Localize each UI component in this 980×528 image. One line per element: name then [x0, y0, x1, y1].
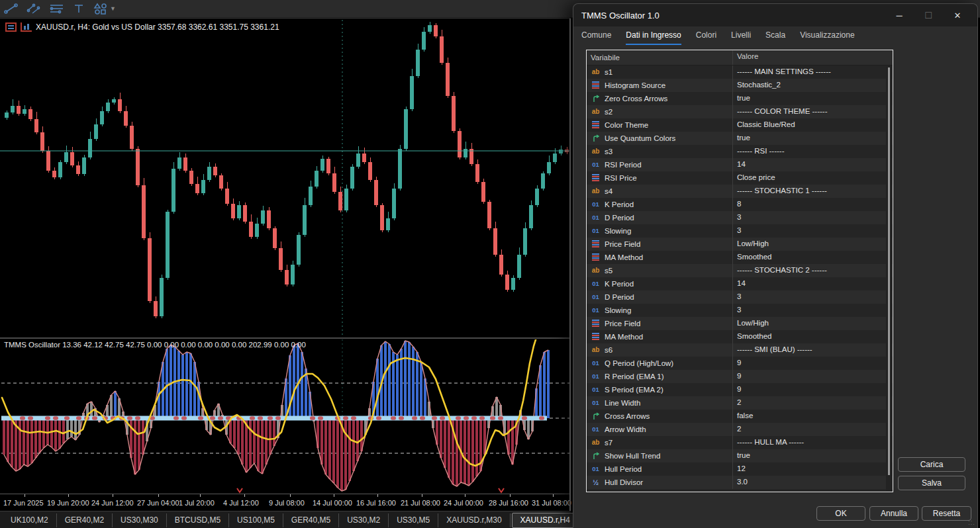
- param-value[interactable]: 3: [733, 290, 893, 304]
- param-value[interactable]: true: [733, 449, 893, 462]
- param-row-d-period[interactable]: 01D Period3: [587, 290, 893, 304]
- text-tool-button[interactable]: [68, 1, 90, 17]
- param-value[interactable]: true: [733, 132, 893, 145]
- fibonacci-tool-button[interactable]: [45, 1, 68, 17]
- shapes-tool-button[interactable]: [90, 1, 113, 17]
- param-value[interactable]: ------ HULL MA ------: [733, 436, 893, 449]
- param-row-show-hull-trend[interactable]: Show Hull Trendtrue: [587, 449, 893, 462]
- symbol-tab-xauusd-r-m30[interactable]: XAUUSD.r,M30: [438, 513, 510, 527]
- symbol-tab-ger40-m5[interactable]: GER40,M5: [283, 513, 339, 527]
- cancel-button[interactable]: Annulla: [869, 506, 918, 521]
- candlestick-chart[interactable]: [0, 19, 571, 338]
- param-value[interactable]: 9: [733, 370, 893, 383]
- param-row-s3[interactable]: abs3------ RSI ------: [587, 145, 893, 158]
- symbol-tab-ger40-m2[interactable]: GER40,M2: [57, 513, 113, 527]
- dialog-tab-livelli[interactable]: Livelli: [731, 30, 751, 45]
- param-row-s-period-ema-2-[interactable]: 01S Period (EMA 2)9: [587, 383, 893, 396]
- param-value[interactable]: 14: [733, 158, 893, 171]
- param-row-s4[interactable]: abs4------ STOCHASTIC 1 ------: [587, 185, 893, 198]
- param-value[interactable]: 8: [733, 198, 893, 211]
- param-row-rsi-period[interactable]: 01RSI Period14: [587, 158, 893, 171]
- panel-separator[interactable]: [0, 337, 571, 339]
- param-value[interactable]: Smoothed: [733, 251, 893, 264]
- param-row-s2[interactable]: abs2------ COLOR THEME ------: [587, 105, 893, 118]
- param-row-histogram-source[interactable]: Histogram SourceStochastic_2: [587, 79, 893, 92]
- param-value[interactable]: Classic Blue/Red: [733, 118, 893, 132]
- param-row-s1[interactable]: abs1------ MAIN SETTINGS ------: [587, 66, 893, 79]
- symbol-tab-us30-m30[interactable]: US30,M30: [113, 513, 167, 527]
- symbol-tab-uk100-m2[interactable]: UK100,M2: [3, 513, 57, 527]
- param-value[interactable]: ------ MAIN SETTINGS ------: [733, 66, 893, 79]
- param-value[interactable]: true: [733, 92, 893, 105]
- param-value[interactable]: 9: [733, 357, 893, 370]
- param-row-slowing[interactable]: 01Slowing3: [587, 304, 893, 317]
- trendline-tool-button[interactable]: [0, 1, 23, 17]
- param-row-k-period[interactable]: 01K Period14: [587, 277, 893, 290]
- dialog-tab-comune[interactable]: Comune: [581, 30, 611, 45]
- param-value[interactable]: ------ SMI (BLAU) ------: [733, 343, 893, 357]
- dialog-tab-visualizzazione[interactable]: Visualizzazione: [800, 30, 855, 45]
- param-value[interactable]: 3: [733, 224, 893, 238]
- param-row-use-quantum-colors[interactable]: Use Quantum Colorstrue: [587, 132, 893, 145]
- param-row-r-period-ema-1-[interactable]: 01R Period (EMA 1)9: [587, 370, 893, 383]
- dialog-tab-scala[interactable]: Scala: [765, 30, 785, 45]
- param-value[interactable]: Stochastic_2: [733, 79, 893, 92]
- scrollbar-thumb[interactable]: [888, 67, 890, 475]
- symbol-tab-us30-m2[interactable]: US30,M2: [339, 513, 389, 527]
- symbol-tab-btcusd-m5[interactable]: BTCUSD,M5: [167, 513, 229, 527]
- ok-button[interactable]: OK: [816, 506, 865, 521]
- param-value[interactable]: 3: [733, 304, 893, 317]
- time-axis[interactable]: 17 Jun 202519 Jun 20:0024 Jun 12:0027 Ju…: [0, 494, 571, 511]
- resize-grip[interactable]: ∙∙∙∙∙: [968, 519, 975, 526]
- maximize-button[interactable]: ☐: [914, 5, 943, 25]
- param-row-price-field[interactable]: Price FieldLow/High: [587, 317, 893, 330]
- param-value[interactable]: 9: [733, 383, 893, 396]
- param-row-arrow-width[interactable]: 01Arrow Width2: [587, 423, 893, 436]
- param-value[interactable]: false: [733, 410, 893, 423]
- table-scrollbar[interactable]: [886, 66, 892, 491]
- save-button[interactable]: Salva: [898, 476, 965, 490]
- param-value[interactable]: ------ STOCHASTIC 2 ------: [733, 264, 893, 277]
- param-value[interactable]: Close price: [733, 171, 893, 185]
- dialog-titlebar[interactable]: TMMS Oscillator 1.0 ─ ☐ ✕: [573, 4, 977, 26]
- param-row-ma-method[interactable]: MA MethodSmoothed: [587, 251, 893, 264]
- param-row-k-period[interactable]: 01K Period8: [587, 198, 893, 211]
- dialog-tab-colori[interactable]: Colori: [696, 30, 716, 45]
- oscillator-panel[interactable]: [0, 339, 571, 494]
- reset-button[interactable]: Resetta: [922, 506, 971, 521]
- param-value[interactable]: 2: [733, 423, 893, 436]
- param-value[interactable]: Low/High: [733, 238, 893, 251]
- param-row-color-theme[interactable]: Color ThemeClassic Blue/Red: [587, 118, 893, 132]
- param-row-s6[interactable]: abs6------ SMI (BLAU) ------: [587, 343, 893, 357]
- param-row-ma-method[interactable]: MA MethodSmoothed: [587, 330, 893, 343]
- param-row-hull-period[interactable]: 01Hull Period12: [587, 462, 893, 476]
- param-value[interactable]: 3: [733, 211, 893, 224]
- param-row-s7[interactable]: abs7------ HULL MA ------: [587, 436, 893, 449]
- param-row-s5[interactable]: abs5------ STOCHASTIC 2 ------: [587, 264, 893, 277]
- param-row-d-period[interactable]: 01D Period3: [587, 211, 893, 224]
- param-row-hull-divisor[interactable]: ½Hull Divisor3.0: [587, 476, 893, 489]
- param-row-zero-cross-arrows[interactable]: Zero Cross Arrowstrue: [587, 92, 893, 105]
- param-value[interactable]: Low/High: [733, 317, 893, 330]
- param-row-cross-arrows[interactable]: Cross Arrowsfalse: [587, 410, 893, 423]
- param-value[interactable]: 14: [733, 277, 893, 290]
- dialog-tab-dati-in-ingresso[interactable]: Dati in Ingresso: [626, 30, 681, 45]
- param-row-line-width[interactable]: 01Line Width2: [587, 396, 893, 410]
- symbol-tab-us30-m5[interactable]: US30,M5: [389, 513, 438, 527]
- param-row-slowing[interactable]: 01Slowing3: [587, 224, 893, 238]
- minimize-button[interactable]: ─: [885, 5, 914, 25]
- depth-of-market-icon[interactable]: [5, 22, 17, 32]
- close-button[interactable]: ✕: [943, 5, 972, 25]
- param-value[interactable]: Smoothed: [733, 330, 893, 343]
- param-value[interactable]: 3.0: [733, 476, 893, 489]
- param-row-q-period-high-low-[interactable]: 01Q Period (High/Low)9: [587, 357, 893, 370]
- param-row-rsi-price[interactable]: RSI PriceClose price: [587, 171, 893, 185]
- symbol-tab-us100-m5[interactable]: US100,M5: [229, 513, 283, 527]
- symbol-tab-xauusd-r-h4[interactable]: XAUUSD.r,H4: [512, 513, 579, 528]
- load-button[interactable]: Carica: [898, 457, 965, 472]
- param-row-price-field[interactable]: Price FieldLow/High: [587, 238, 893, 251]
- param-value[interactable]: 12: [733, 462, 893, 476]
- shapes-dropdown-caret[interactable]: ▼: [110, 5, 116, 12]
- param-value[interactable]: ------ STOCHASTIC 1 ------: [733, 185, 893, 198]
- param-value[interactable]: 2: [733, 396, 893, 410]
